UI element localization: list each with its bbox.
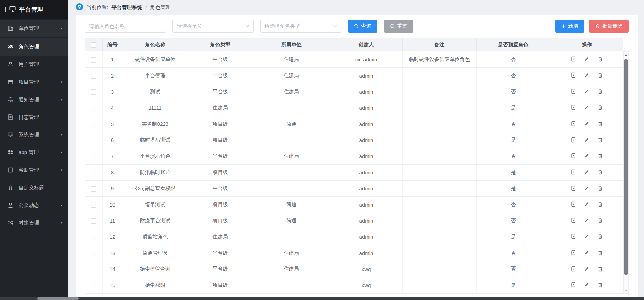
delete-button[interactable] [598, 72, 603, 79]
edit-button[interactable] [584, 137, 589, 144]
edit-button[interactable] [584, 56, 589, 63]
sidebar-item-4[interactable]: 项目管理▾ [0, 73, 68, 91]
scrollbar-thumb[interactable] [624, 59, 628, 275]
horizontal-scrollbar-thumb[interactable] [37, 297, 79, 300]
delete-button[interactable] [598, 266, 603, 273]
delete-button[interactable] [598, 186, 603, 192]
row-checkbox[interactable] [91, 283, 96, 288]
row-checkbox[interactable] [91, 57, 96, 63]
delete-button[interactable] [598, 218, 603, 224]
view-details-button[interactable] [570, 218, 576, 224]
view-details-button[interactable] [570, 56, 576, 63]
row-checkbox[interactable] [91, 235, 96, 240]
row-checkbox[interactable] [91, 251, 96, 256]
delete-button[interactable] [598, 234, 603, 240]
row-checkbox[interactable] [91, 186, 96, 192]
row-checkbox[interactable] [91, 73, 96, 79]
edit-button[interactable] [584, 282, 589, 288]
view-details-button[interactable] [570, 250, 576, 256]
view-details-button[interactable] [570, 72, 576, 79]
scroll-up-icon[interactable]: ▲ [624, 53, 628, 56]
sidebar-item-11[interactable]: 公众动态▾ [0, 196, 68, 214]
scroll-down-icon[interactable]: ▼ [624, 289, 628, 292]
edit-button[interactable] [584, 234, 589, 240]
edit-button[interactable] [584, 201, 589, 208]
row-checkbox[interactable] [91, 202, 96, 208]
sidebar-item-9[interactable]: 帮助管理▾ [0, 161, 68, 179]
role-name-input[interactable] [85, 20, 166, 33]
row-checkbox[interactable] [91, 267, 96, 272]
view-details-icon [570, 153, 576, 159]
role-type-select[interactable]: 请选择角色类型 [260, 20, 341, 33]
batch-delete-button[interactable]: 批量删除 [589, 20, 629, 33]
delete-button[interactable] [598, 121, 603, 127]
edit-icon [584, 153, 589, 159]
sidebar-item-label: 通知管理 [19, 97, 56, 103]
sidebar-item-3[interactable]: 用户管理 [0, 56, 68, 73]
delete-button[interactable] [598, 153, 603, 159]
edit-button[interactable] [584, 250, 589, 256]
edit-button[interactable] [584, 105, 589, 111]
delete-button[interactable] [598, 56, 603, 63]
horizontal-scrollbar[interactable] [0, 297, 644, 300]
cell-creator: admin [330, 164, 402, 180]
delete-button[interactable] [598, 105, 603, 111]
cell-no: 8 [102, 164, 123, 180]
view-details-button[interactable] [570, 201, 576, 208]
delete-button[interactable] [598, 282, 603, 288]
row-checkbox[interactable] [91, 138, 96, 143]
add-button[interactable]: 新增 [555, 20, 584, 33]
sidebar-item-2[interactable]: 角色管理 [0, 38, 68, 56]
view-details-icon [570, 234, 576, 240]
edit-button[interactable] [584, 153, 589, 159]
view-details-button[interactable] [570, 234, 576, 240]
delete-button[interactable] [598, 169, 603, 176]
delete-button[interactable] [598, 137, 603, 144]
cell-no: 10 [102, 197, 123, 213]
row-checkbox[interactable] [91, 106, 96, 111]
app-icon [7, 149, 14, 155]
edit-button[interactable] [584, 72, 589, 79]
unit-select[interactable]: 请选择单位 [172, 20, 254, 33]
edit-button[interactable] [584, 218, 589, 224]
edit-button[interactable] [584, 186, 589, 192]
sidebar-item-1[interactable]: 单位管理▾ [0, 20, 68, 37]
row-checkbox[interactable] [91, 218, 96, 224]
select-all-checkbox[interactable] [91, 42, 96, 48]
sidebar-item-6[interactable]: 日志管理 [0, 108, 68, 126]
view-details-button[interactable] [570, 137, 576, 144]
view-details-button[interactable] [570, 186, 576, 192]
breadcrumb-root[interactable]: 平台管理系统 [111, 4, 142, 11]
breadcrumb-prefix: 当前位置: [86, 4, 108, 11]
edit-button[interactable] [584, 266, 589, 273]
view-details-button[interactable] [570, 89, 576, 95]
view-details-button[interactable] [570, 266, 576, 273]
view-details-button[interactable] [570, 282, 576, 288]
edit-button[interactable] [584, 121, 589, 127]
delete-button[interactable] [598, 250, 603, 256]
cell-operations [550, 229, 623, 245]
view-details-button[interactable] [570, 105, 576, 111]
view-details-button[interactable] [570, 153, 576, 159]
sidebar-item-5[interactable]: 通知管理▾ [0, 91, 68, 108]
edit-button[interactable] [584, 169, 589, 176]
sidebar-item-8[interactable]: app 管理▾ [0, 144, 68, 161]
delete-button[interactable] [598, 201, 603, 208]
view-details-button[interactable] [570, 121, 576, 127]
row-checkbox[interactable] [91, 170, 96, 175]
reset-button[interactable]: 重置 [384, 20, 413, 33]
sidebar-item-10[interactable]: 自定义标题 [0, 179, 68, 196]
chevron-down-icon: ▾ [61, 203, 62, 207]
search-button[interactable]: 查询 [348, 20, 377, 33]
sidebar-item-12[interactable]: 对接管理▾ [0, 214, 68, 232]
cell-unit [253, 180, 330, 197]
sidebar-item-7[interactable]: 系统管理▾ [0, 126, 68, 144]
row-checkbox[interactable] [91, 154, 96, 159]
table-row: 2平台管理平台级住建局admin否 [85, 68, 623, 84]
vertical-scrollbar[interactable]: ▲ ▼ [623, 51, 629, 294]
view-details-button[interactable] [570, 169, 576, 176]
row-checkbox[interactable] [91, 89, 96, 95]
edit-button[interactable] [584, 89, 589, 95]
row-checkbox[interactable] [91, 122, 96, 127]
delete-button[interactable] [598, 89, 603, 95]
